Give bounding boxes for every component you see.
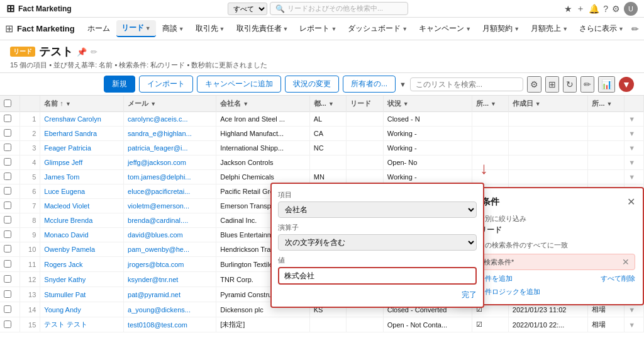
nav-edit-icon[interactable]: ✏ — [631, 24, 639, 34]
add-icon[interactable]: ＋ — [576, 3, 585, 14]
select-all-checkbox[interactable] — [4, 99, 11, 107]
change-status-button[interactable]: 状況の変更 — [285, 76, 339, 93]
bell-icon[interactable]: 🔔 — [589, 4, 599, 14]
row-name[interactable]: テスト テスト — [40, 317, 124, 332]
th-owner1[interactable]: 所... ▼ — [472, 96, 508, 112]
row-name[interactable]: James Tom — [40, 170, 124, 184]
sd-value-input[interactable] — [278, 267, 477, 285]
row-dropdown[interactable]: ▼ — [625, 127, 644, 141]
row-dropdown[interactable]: ▼ — [625, 317, 644, 332]
row-dropdown[interactable]: ▼ — [625, 141, 644, 156]
row-checkbox[interactable] — [0, 127, 19, 141]
th-company[interactable]: 会社名 ▼ — [216, 96, 310, 112]
row-email[interactable]: sandra_e@highlan... — [124, 127, 216, 141]
row-email[interactable]: brenda@cardinal.... — [124, 213, 216, 228]
row-name[interactable]: Macleod Violet — [40, 199, 124, 213]
row-email[interactable]: violetm@emerson... — [124, 199, 216, 213]
nav-grid-icon[interactable]: ⊞ — [5, 23, 13, 35]
th-lead[interactable]: リード — [346, 96, 383, 112]
row-email[interactable]: patricia_feager@i... — [124, 141, 216, 156]
row-name[interactable]: Monaco David — [40, 228, 124, 242]
row-email[interactable]: david@blues.com — [124, 228, 216, 242]
row-name[interactable]: Eberhard Sandra — [40, 127, 124, 141]
new-button[interactable]: 新規 — [104, 76, 135, 93]
edit-toolbar-icon[interactable]: ✏ — [580, 76, 594, 93]
row-checkbox[interactable] — [0, 112, 19, 127]
global-search-box[interactable]: 🔍 リードおよびその他を検索中... — [270, 2, 408, 15]
row-checkbox[interactable] — [0, 141, 19, 156]
search-list-input[interactable] — [410, 77, 523, 91]
row-checkbox[interactable] — [0, 287, 19, 302]
nav-item-reports[interactable]: レポート ▼ — [294, 21, 341, 37]
nav-item-monthly-contract[interactable]: 月額契約 ▼ — [477, 21, 525, 37]
row-email[interactable]: a_young@dickens... — [124, 302, 216, 317]
th-created[interactable]: 作成日 ▼ — [508, 96, 588, 112]
row-email[interactable]: pam_owenby@he... — [124, 242, 216, 257]
th-owner2[interactable]: 所... ▼ — [588, 96, 625, 112]
row-name[interactable]: Young Andy — [40, 302, 124, 317]
row-email[interactable]: eluce@pacificretai... — [124, 184, 216, 199]
row-name[interactable]: Owenby Pamela — [40, 242, 124, 257]
row-name[interactable]: Crenshaw Carolyn — [40, 112, 124, 127]
th-status[interactable]: 状況 ▼ — [383, 96, 472, 112]
star-icon[interactable]: ★ — [564, 4, 572, 14]
remove-condition-icon[interactable]: ✕ — [622, 257, 630, 267]
row-checkbox[interactable] — [0, 272, 19, 287]
row-name[interactable]: Feager Patricia — [40, 141, 124, 156]
help-icon[interactable]: ? — [603, 4, 608, 14]
filter-close-button[interactable]: ✕ — [627, 196, 635, 208]
row-checkbox[interactable] — [0, 156, 19, 170]
row-email[interactable]: pat@pyramid.net — [124, 287, 216, 302]
nav-item-lead[interactable]: リード ▼ — [116, 20, 156, 37]
edit-title-icon[interactable]: ✏ — [91, 47, 97, 57]
settings-toolbar-icon[interactable]: ⚙ — [527, 76, 541, 93]
row-email[interactable]: ksynder@tnr.net — [124, 272, 216, 287]
pin-icon[interactable]: 📌 — [77, 47, 87, 57]
chart-icon[interactable]: 📊 — [598, 76, 615, 93]
row-name[interactable]: Snyder Kathy — [40, 272, 124, 287]
change-owner-button[interactable]: 所有者の... — [343, 76, 396, 93]
th-city[interactable]: 都... ▼ — [309, 96, 346, 112]
nav-item-home[interactable]: ホーム — [82, 21, 115, 37]
sd-done-button[interactable]: 完了 — [462, 290, 477, 300]
row-email[interactable]: test0108@test.com — [124, 317, 216, 332]
row-checkbox[interactable] — [0, 184, 19, 199]
filter-button[interactable]: ▼ — [619, 77, 634, 92]
import-button[interactable]: インポート — [139, 76, 193, 93]
row-name[interactable]: Glimpse Jeff — [40, 156, 124, 170]
refresh-icon[interactable]: ↻ — [563, 76, 577, 93]
nav-item-campaign[interactable]: キャンペーン ▼ — [414, 21, 476, 37]
nav-item-monthly-sales[interactable]: 月額売上 ▼ — [526, 21, 573, 37]
row-checkbox[interactable] — [0, 317, 19, 332]
row-email[interactable]: jrogers@btca.com — [124, 257, 216, 272]
row-checkbox[interactable] — [0, 257, 19, 272]
settings-icon[interactable]: ⚙ — [612, 4, 620, 14]
row-checkbox[interactable] — [0, 242, 19, 257]
columns-icon[interactable]: ⊞ — [545, 76, 559, 93]
row-email[interactable]: jeffg@jackson.com — [124, 156, 216, 170]
app-grid-icon[interactable]: ⊞ — [6, 3, 14, 14]
th-name[interactable]: 名前 ↑ ▼ — [40, 96, 124, 112]
row-name[interactable]: Mcclure Brenda — [40, 213, 124, 228]
add-campaign-button[interactable]: キャンペーンに追加 — [197, 76, 281, 93]
th-email[interactable]: メール ▼ — [124, 96, 216, 112]
row-name[interactable]: Luce Eugena — [40, 184, 124, 199]
row-checkbox[interactable] — [0, 302, 19, 317]
nav-item-accounts[interactable]: 取引先 ▼ — [191, 21, 230, 37]
sd-item-select[interactable]: 会社名 — [278, 201, 477, 218]
row-email[interactable]: carolync@aceis.c... — [124, 112, 216, 127]
row-dropdown[interactable]: ▼ — [625, 156, 644, 170]
nav-item-more[interactable]: さらに表示 ▼ — [574, 21, 629, 37]
row-dropdown[interactable]: ▼ — [625, 112, 644, 127]
owner-dropdown-arrow[interactable]: ▼ — [399, 81, 406, 88]
search-type-select[interactable]: すべて — [228, 3, 267, 15]
row-checkbox[interactable] — [0, 213, 19, 228]
avatar[interactable]: U — [624, 2, 638, 16]
row-name[interactable]: Stumuller Pat — [40, 287, 124, 302]
row-email[interactable]: tom.james@delphi... — [124, 170, 216, 184]
nav-item-deals[interactable]: 商談 ▼ — [157, 21, 189, 37]
row-checkbox[interactable] — [0, 228, 19, 242]
row-dropdown[interactable]: ▼ — [625, 170, 644, 184]
row-checkbox[interactable] — [0, 170, 19, 184]
remove-all-link[interactable]: すべて削除 — [601, 274, 635, 283]
